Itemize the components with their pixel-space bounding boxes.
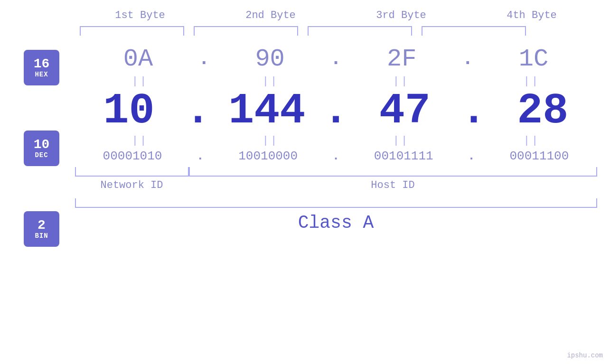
bin-value-3: 00101111	[374, 149, 433, 163]
dec-value-2: 144	[228, 90, 305, 132]
bottom-labels-row: Network ID Host ID	[75, 179, 597, 191]
hex-cell-1: 0A	[86, 45, 190, 73]
hex-value-3: 2F	[387, 45, 416, 73]
hex-badge: 16 HEX	[24, 50, 59, 85]
byte-header-2: 2nd Byte	[218, 9, 323, 21]
hex-cell-2: 90	[218, 45, 322, 73]
dec-dot-2: .	[323, 90, 348, 132]
byte-header-1: 1st Byte	[88, 9, 192, 21]
badges-column: 16 HEX 10 DEC 2 BIN	[0, 45, 62, 247]
bottom-bracket-host	[189, 167, 597, 177]
dec-cell-1: 10	[77, 90, 181, 132]
hex-value-1: 0A	[123, 45, 153, 73]
equals-row-2: || || || ||	[75, 135, 597, 147]
dot-2: .	[330, 50, 341, 69]
bin-cell-2: 10010000	[216, 149, 320, 163]
hex-cell-4: 1C	[481, 45, 586, 73]
equals-cell-1a: ||	[88, 75, 192, 87]
content-area: 16 HEX 10 DEC 2 BIN 0A . 90	[0, 45, 610, 247]
dec-value-3: 47	[379, 90, 431, 132]
bin-cell-3: 00101111	[351, 149, 456, 163]
top-bracket-3	[308, 26, 412, 36]
dec-row: 10 . 144 . 47 . 28	[75, 90, 597, 132]
bin-value-1: 00001010	[103, 149, 162, 163]
bin-value-2: 10010000	[238, 149, 298, 163]
bin-dot-1: .	[197, 150, 204, 162]
bin-badge-number: 2	[38, 219, 46, 232]
class-bracket	[75, 198, 597, 208]
dec-badge: 10 DEC	[24, 131, 59, 166]
hex-badge-number: 16	[34, 57, 50, 71]
bottom-bracket-network	[75, 167, 189, 177]
watermark: ipshu.com	[567, 352, 603, 359]
dec-dot-1: .	[185, 90, 211, 132]
dec-dot-3: .	[461, 90, 487, 132]
main-container: 1st Byte 2nd Byte 3rd Byte 4th Byte 16 H…	[0, 0, 610, 364]
class-label: Class A	[75, 213, 597, 233]
bin-row: 00001010 . 10010000 . 00101111 . 0001110…	[75, 149, 597, 163]
hex-value-4: 1C	[519, 45, 548, 73]
values-grid: 0A . 90 . 2F . 1C || || || ||	[62, 45, 610, 247]
dec-cell-4: 28	[490, 90, 595, 132]
equals-cell-3b: ||	[349, 135, 453, 147]
class-bracket-container: Class A	[75, 198, 597, 233]
equals-cell-1b: ||	[88, 135, 192, 147]
equals-cell-4b: ||	[479, 135, 584, 147]
dec-cell-2: 144	[215, 90, 319, 132]
dec-cell-3: 47	[353, 90, 457, 132]
dot-3: .	[462, 50, 473, 69]
dec-value-4: 28	[517, 90, 568, 132]
network-id-label: Network ID	[75, 179, 189, 191]
dec-badge-number: 10	[34, 138, 50, 151]
hex-value-2: 90	[255, 45, 284, 73]
hex-badge-label: HEX	[35, 71, 48, 78]
bin-value-4: 00011100	[510, 149, 569, 163]
top-brackets	[75, 26, 597, 36]
bin-cell-4: 00011100	[487, 149, 591, 163]
byte-header-4: 4th Byte	[479, 9, 584, 21]
bin-badge: 2 BIN	[24, 211, 59, 247]
bin-dot-3: .	[468, 150, 475, 162]
bottom-brackets-row	[75, 167, 597, 177]
top-bracket-4	[422, 26, 526, 36]
equals-cell-4a: ||	[479, 75, 584, 87]
top-bracket-2	[194, 26, 298, 36]
dec-badge-label: DEC	[35, 151, 48, 159]
equals-cell-2b: ||	[218, 135, 323, 147]
dot-1: .	[198, 50, 210, 69]
dec-value-1: 10	[103, 90, 155, 132]
byte-headers: 1st Byte 2nd Byte 3rd Byte 4th Byte	[75, 9, 597, 21]
host-id-label: Host ID	[189, 179, 597, 191]
byte-header-3: 3rd Byte	[349, 9, 453, 21]
equals-cell-2a: ||	[218, 75, 323, 87]
hex-row: 0A . 90 . 2F . 1C	[75, 45, 597, 73]
bin-dot-2: .	[332, 150, 340, 162]
equals-row-1: || || || ||	[75, 75, 597, 87]
top-bracket-1	[80, 26, 184, 36]
equals-cell-3a: ||	[349, 75, 453, 87]
bin-badge-label: BIN	[35, 232, 48, 240]
bin-cell-1: 00001010	[80, 149, 185, 163]
hex-cell-3: 2F	[349, 45, 454, 73]
